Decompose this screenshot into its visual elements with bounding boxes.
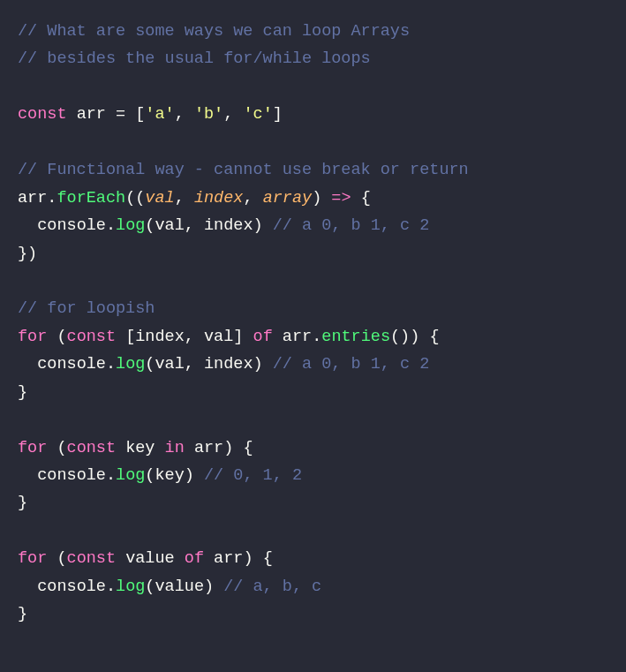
method-call: log bbox=[116, 355, 145, 374]
method-call: log bbox=[116, 216, 145, 235]
identifier: arr bbox=[18, 189, 47, 208]
string-literal: 'a' bbox=[145, 105, 174, 124]
identifier: console bbox=[37, 216, 106, 235]
parameter: array bbox=[263, 189, 313, 208]
parameter: val bbox=[145, 189, 174, 208]
comment-line: // Functional way - cannot use break or … bbox=[18, 161, 469, 179]
keyword-in: in bbox=[165, 439, 185, 457]
method-call: entries bbox=[321, 328, 390, 346]
identifier: arr bbox=[77, 105, 106, 124]
string-literal: 'b' bbox=[194, 105, 223, 124]
comment-line: // besides the usual for/while loops bbox=[18, 49, 371, 68]
keyword-for: for bbox=[18, 439, 47, 457]
parameter: index bbox=[194, 189, 244, 208]
comment-line: // for loopish bbox=[18, 299, 155, 318]
comment-inline: // 0, 1, 2 bbox=[204, 466, 302, 485]
method-call: log bbox=[116, 578, 145, 596]
comment-line: // What are some ways we can loop Arrays bbox=[18, 22, 410, 41]
comment-inline: // a 0, b 1, c 2 bbox=[273, 355, 430, 374]
code-block: // What are some ways we can loop Arrays… bbox=[18, 18, 608, 629]
keyword-of: of bbox=[185, 549, 204, 568]
keyword-const: const bbox=[18, 105, 67, 124]
string-literal: 'c' bbox=[243, 105, 272, 124]
comment-inline: // a 0, b 1, c 2 bbox=[273, 216, 430, 235]
keyword-for: for bbox=[18, 549, 47, 568]
arrow-operator: => bbox=[331, 189, 351, 208]
method-call: log bbox=[116, 466, 145, 485]
keyword-of: of bbox=[253, 328, 273, 346]
comment-inline: // a, b, c bbox=[223, 578, 321, 596]
keyword-for: for bbox=[18, 328, 47, 346]
keyword-const: const bbox=[67, 549, 117, 568]
method-call: forEach bbox=[57, 189, 125, 208]
keyword-const: const bbox=[67, 328, 117, 346]
keyword-const: const bbox=[67, 439, 117, 457]
